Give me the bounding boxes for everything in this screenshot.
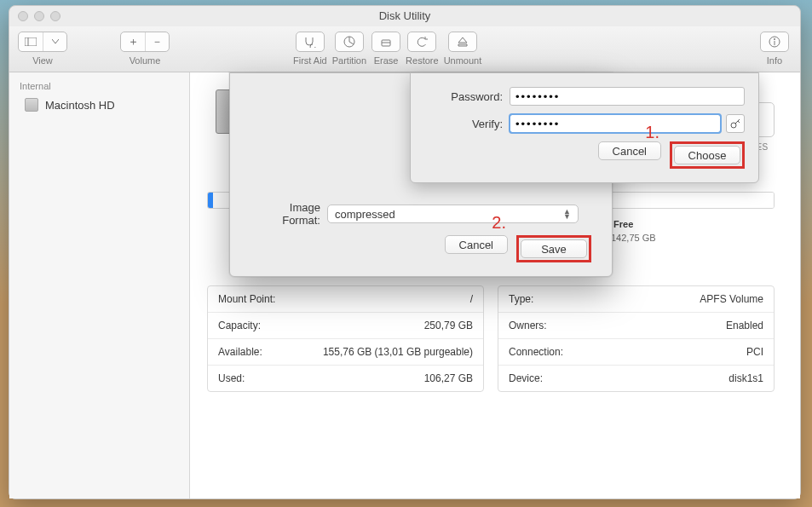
partition-label: Partition <box>332 55 366 66</box>
verify-label: Verify: <box>424 118 510 130</box>
password-dialog: Password: Verify: 1. Cancel Choose <box>410 72 759 183</box>
annotation-2: 2. <box>492 213 506 233</box>
svg-line-11 <box>735 119 740 124</box>
pie-icon <box>343 36 355 48</box>
password-label: Password: <box>424 90 510 103</box>
legend-free-label: Free <box>613 219 633 229</box>
partition-button[interactable] <box>335 32 364 52</box>
app-window: Disk Utility View ＋ － Volume First Aid P… <box>9 5 801 499</box>
restore-label: Restore <box>406 55 439 66</box>
table-row: Owners:Enabled <box>498 313 774 339</box>
volume-label: Volume <box>130 55 161 66</box>
unmount-button[interactable] <box>448 32 477 52</box>
restore-button[interactable] <box>407 32 436 52</box>
content-area: Internal Macintosh HD 250,79 GB SHARED B… <box>9 72 800 498</box>
table-row: Available:155,76 GB (13,01 GB purgeable) <box>208 339 483 366</box>
info-icon <box>769 36 780 48</box>
svg-point-8 <box>774 38 775 40</box>
annotation-1: 1. <box>645 123 659 142</box>
table-row: Capacity:250,79 GB <box>208 313 483 339</box>
verify-input[interactable] <box>510 114 721 133</box>
image-format-label: Image Format: <box>251 201 327 227</box>
main-pane: 250,79 GB SHARED BY 4 VOLUMES Free 142,7… <box>190 72 800 498</box>
eject-icon <box>457 36 469 48</box>
erase-label: Erase <box>374 55 399 66</box>
sidebar: Internal Macintosh HD <box>9 72 190 498</box>
stethoscope-icon <box>303 36 317 48</box>
sidebar-header-internal: Internal <box>9 78 189 95</box>
view-segmented[interactable] <box>18 32 67 52</box>
window-title: Disk Utility <box>9 9 800 22</box>
stats-tables: Mount Point:/ Capacity:250,79 GB Availab… <box>207 285 775 392</box>
key-icon <box>730 118 740 129</box>
volume-group: ＋ － Volume <box>120 32 170 66</box>
volume-segmented[interactable]: ＋ － <box>120 32 170 52</box>
choose-button[interactable]: Choose <box>674 146 740 164</box>
image-format-value: compressed <box>335 208 395 221</box>
toolbar: View ＋ － Volume First Aid Partition Eras… <box>9 26 800 72</box>
disk-icon <box>25 98 38 112</box>
sidebar-item-label: Macintosh HD <box>45 99 115 112</box>
table-row: Mount Point:/ <box>208 286 483 313</box>
cancel-save-button[interactable]: Cancel <box>445 235 508 254</box>
svg-rect-0 <box>25 37 37 46</box>
sidebar-item-macintosh-hd[interactable]: Macintosh HD <box>9 95 189 115</box>
highlight-box-2: Save <box>516 235 591 262</box>
firstaid-button[interactable] <box>296 32 325 52</box>
image-format-select[interactable]: compressed ▲▼ <box>327 205 579 223</box>
save-button[interactable]: Save <box>521 239 587 258</box>
legend-free-value: 142,75 GB <box>611 233 656 243</box>
eraser-icon <box>380 36 392 48</box>
restore-icon <box>416 36 428 48</box>
key-button[interactable] <box>726 114 745 133</box>
table-row: Connection:PCI <box>498 339 774 366</box>
info-label: Info <box>767 55 782 66</box>
svg-line-4 <box>349 42 354 44</box>
info-button[interactable] <box>760 32 789 52</box>
sidebar-toggle-icon[interactable] <box>19 32 43 51</box>
view-group: View <box>18 32 67 66</box>
table-row: Used:106,27 GB <box>208 366 483 391</box>
highlight-box-1: Choose <box>670 141 745 169</box>
stats-col-right: Type:APFS Volume Owners:Enabled Connecti… <box>498 285 775 392</box>
table-row: Type:APFS Volume <box>498 286 774 313</box>
minus-icon[interactable]: － <box>145 32 169 51</box>
firstaid-label: First Aid <box>293 55 327 66</box>
stats-col-left: Mount Point:/ Capacity:250,79 GB Availab… <box>207 285 484 392</box>
svg-line-12 <box>738 121 740 123</box>
table-row: Device:disk1s1 <box>498 366 774 391</box>
titlebar: Disk Utility <box>9 6 800 26</box>
view-label: View <box>32 55 53 66</box>
chevron-down-icon[interactable] <box>43 32 66 51</box>
plus-icon[interactable]: ＋ <box>121 32 145 51</box>
cancel-button[interactable]: Cancel <box>598 141 661 160</box>
password-input[interactable] <box>510 87 745 106</box>
unmount-label: Unmount <box>444 55 482 66</box>
updown-icon: ▲▼ <box>563 209 571 219</box>
erase-button[interactable] <box>371 32 400 52</box>
